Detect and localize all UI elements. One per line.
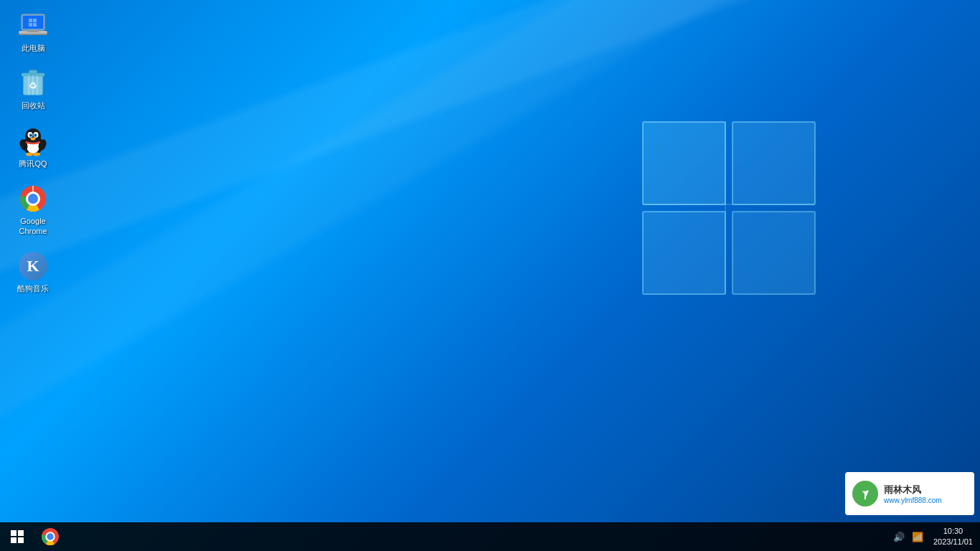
desktop-icon-qq[interactable]: 腾讯QQ xyxy=(7,123,59,173)
tray-time-display: 10:30 xyxy=(943,526,963,537)
svg-rect-10 xyxy=(19,34,47,35)
svg-point-49 xyxy=(47,533,53,540)
svg-rect-1 xyxy=(732,122,815,204)
tray-date-display: 2023/11/01 xyxy=(933,537,973,547)
tray-clock[interactable]: 10:30 2023/11/01 xyxy=(929,526,977,548)
svg-rect-43 xyxy=(11,530,17,536)
svg-rect-2 xyxy=(643,212,725,294)
this-pc-icon-img xyxy=(19,11,47,40)
desktop: 此电脑 ♻ 回收站 xyxy=(0,0,980,551)
desktop-icon-this-pc[interactable]: 此电脑 xyxy=(7,7,59,57)
svg-rect-9 xyxy=(27,30,39,32)
svg-rect-0 xyxy=(643,122,725,204)
background-rays xyxy=(0,0,980,522)
svg-rect-44 xyxy=(18,530,24,536)
watermark-text: 雨林木风 www.ylmf888.com xyxy=(884,484,942,504)
taskbar-chrome-button[interactable] xyxy=(34,522,66,551)
this-pc-label: 此电脑 xyxy=(22,43,45,53)
svg-point-35 xyxy=(33,152,40,156)
svg-point-34 xyxy=(26,152,33,156)
svg-point-30 xyxy=(35,134,37,136)
tray-volume-icon: 📶 xyxy=(909,532,926,542)
desktop-icon-chrome[interactable]: Google Chrome xyxy=(7,180,59,241)
desktop-icon-kugou[interactable]: K 酷狗音乐 xyxy=(7,248,59,298)
svg-point-29 xyxy=(30,134,32,136)
recycle-bin-icon-img: ♻ xyxy=(19,69,47,98)
windows-logo xyxy=(636,115,822,301)
system-tray: 🔊 📶 xyxy=(887,522,929,551)
taskbar: 🔊 📶 10:30 2023/11/01 xyxy=(0,522,980,551)
chrome-icon-img xyxy=(19,184,47,213)
svg-rect-45 xyxy=(11,537,17,543)
kugou-label: 酷狗音乐 xyxy=(17,283,49,293)
watermark-logo xyxy=(852,481,878,507)
chrome-label: Google Chrome xyxy=(10,216,56,237)
kugou-icon-img: K xyxy=(19,252,47,281)
watermark: 雨林木风 www.ylmf888.com xyxy=(845,472,974,515)
svg-rect-12 xyxy=(33,19,37,22)
watermark-brand: 雨林木风 xyxy=(884,484,942,496)
svg-rect-13 xyxy=(29,23,32,27)
taskbar-right: 🔊 📶 10:30 2023/11/01 xyxy=(887,522,980,551)
svg-rect-17 xyxy=(29,70,37,74)
svg-rect-3 xyxy=(732,212,815,294)
start-button[interactable] xyxy=(0,522,34,551)
desktop-icons: 此电脑 ♻ 回收站 xyxy=(7,7,59,298)
svg-point-38 xyxy=(28,194,38,204)
svg-rect-11 xyxy=(29,19,32,22)
tray-network-icon: 🔊 xyxy=(890,532,908,542)
desktop-icon-recycle-bin[interactable]: ♻ 回收站 xyxy=(7,65,59,115)
taskbar-left xyxy=(0,522,66,551)
qq-icon-img xyxy=(19,127,47,156)
svg-rect-14 xyxy=(33,23,37,27)
recycle-bin-label: 回收站 xyxy=(22,100,45,110)
svg-point-31 xyxy=(31,137,36,140)
watermark-url: www.ylmf888.com xyxy=(884,496,942,504)
svg-rect-42 xyxy=(864,494,866,499)
svg-rect-46 xyxy=(18,537,24,543)
qq-label: 腾讯QQ xyxy=(19,159,47,169)
